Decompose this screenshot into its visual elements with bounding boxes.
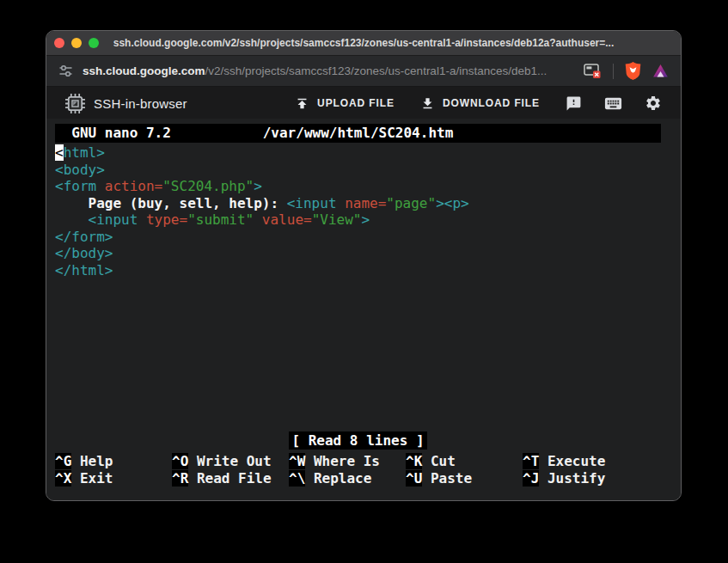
- code-area: <html><body><form action="SC204.php"> Pa…: [55, 144, 681, 278]
- code-line: </form>: [55, 229, 681, 246]
- desktop: { "window": { "title": "ssh.cloud.google…: [0, 0, 728, 563]
- nano-shortcut: ^T Execute: [523, 453, 639, 470]
- url-domain: ssh.cloud.google.com: [83, 64, 205, 77]
- nano-shortcut: ^W Where Is: [289, 453, 406, 470]
- blocked-content-icon[interactable]: [584, 63, 602, 79]
- nano-shortcut: ^G Help: [55, 453, 172, 470]
- nano-shortcut: ^X Exit: [55, 470, 172, 487]
- close-window-button[interactable]: [54, 38, 64, 48]
- nano-titlebar: GNU nano 7.2 /var/www/html/SC204.htm: [55, 124, 661, 143]
- zoom-window-button[interactable]: [89, 38, 99, 48]
- browser-addressbar: ssh.cloud.google.com/v2/ssh/projects/sam…: [46, 56, 681, 87]
- header-icon-buttons: [566, 94, 662, 113]
- app-title: SSH-in-browser: [94, 96, 187, 111]
- code-line: <body>: [55, 162, 681, 179]
- minimize-window-button[interactable]: [71, 38, 82, 48]
- download-icon: [420, 96, 435, 111]
- nano-shortcuts: ^G Help^O Write Out^W Where Is^K Cut^T E…: [55, 453, 661, 487]
- code-line: <html>: [55, 144, 681, 162]
- tune-icon[interactable]: [58, 64, 73, 78]
- upload-file-label: UPLOAD FILE: [317, 97, 395, 109]
- ssh-header: SSH-in-browser UPLOAD FILE DOWNLOAD FILE: [46, 87, 681, 119]
- browser-window: ssh.cloud.google.com/v2/ssh/projects/sam…: [46, 30, 682, 501]
- window-title: ssh.cloud.google.com/v2/ssh/projects/sam…: [96, 37, 631, 49]
- upload-icon: [295, 96, 309, 111]
- url-field[interactable]: ssh.cloud.google.com/v2/ssh/projects/sam…: [83, 64, 574, 77]
- settings-gear-icon[interactable]: [645, 95, 662, 112]
- nano-status-line: [ Read 8 lines ]: [55, 432, 661, 450]
- nano-bottom-bar: [ Read 8 lines ] ^G Help^O Write Out^W W…: [55, 432, 661, 487]
- feedback-icon[interactable]: [566, 95, 582, 112]
- brave-shield-icon[interactable]: [625, 62, 641, 80]
- terminal[interactable]: GNU nano 7.2 /var/www/html/SC204.htm <ht…: [46, 119, 681, 500]
- download-file-label: DOWNLOAD FILE: [443, 97, 540, 109]
- code-line: </body>: [55, 245, 681, 262]
- nano-shortcut: ^R Read File: [172, 470, 289, 487]
- divider: [613, 64, 614, 79]
- code-line: <input type="submit" value="View">: [55, 211, 681, 229]
- keyboard-icon[interactable]: [603, 94, 623, 113]
- chip-icon: [64, 93, 86, 114]
- download-file-button[interactable]: DOWNLOAD FILE: [420, 96, 540, 111]
- code-line: </html>: [55, 262, 681, 279]
- brave-rewards-triangle-icon[interactable]: [652, 64, 669, 78]
- url-path: /v2/ssh/projects/samccsf123/zones/us-cen…: [205, 64, 548, 77]
- addressbar-actions: [584, 62, 669, 80]
- nano-filename: /var/www/html/SC204.htm: [55, 125, 661, 142]
- traffic-lights: [54, 31, 99, 55]
- nano-shortcut: ^O Write Out: [172, 453, 289, 470]
- code-line: <form action="SC204.php">: [55, 178, 681, 195]
- upload-file-button[interactable]: UPLOAD FILE: [295, 96, 395, 111]
- macos-titlebar: ssh.cloud.google.com/v2/ssh/projects/sam…: [46, 31, 681, 56]
- code-line: Page (buy, sell, help): <input name="pag…: [55, 195, 681, 212]
- nano-shortcut: ^J Justify: [523, 470, 639, 487]
- nano-shortcut: ^K Cut: [406, 453, 523, 470]
- nano-shortcut: ^U Paste: [406, 470, 523, 487]
- nano-shortcut: ^\ Replace: [289, 470, 406, 487]
